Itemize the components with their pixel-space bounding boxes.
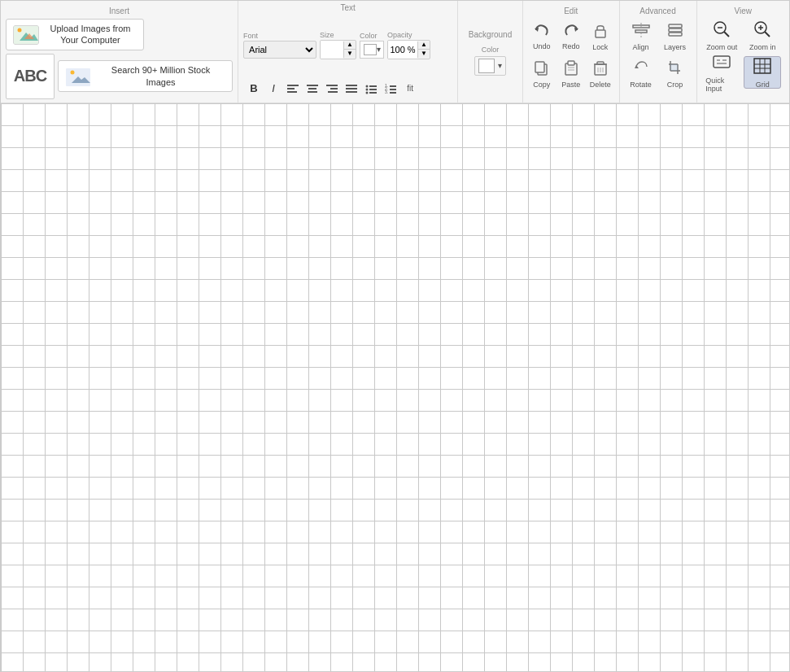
redo-label: Redo — [562, 42, 580, 50]
rotate-icon — [632, 59, 650, 79]
svg-rect-14 — [326, 85, 338, 86]
upload-images-button[interactable]: Upload Images from Your Computer — [6, 19, 144, 50]
svg-rect-70 — [754, 59, 770, 73]
size-increment[interactable]: ▲ — [344, 41, 356, 50]
font-label: Font — [243, 32, 316, 40]
svg-rect-50 — [669, 33, 682, 36]
redo-button[interactable]: Redo — [557, 19, 585, 55]
svg-rect-16 — [328, 91, 338, 93]
color-dropdown-arrow: ▾ — [377, 45, 381, 54]
numbered-list-button[interactable]: 1. 2. 3. — [382, 80, 399, 98]
align-justify-button[interactable] — [343, 80, 360, 98]
zoom-out-label: Zoom out — [706, 43, 737, 51]
italic-label: I — [272, 82, 275, 94]
paste-button[interactable]: Paste — [557, 56, 585, 92]
svg-rect-21 — [369, 85, 377, 87]
opacity-increment[interactable]: ▲ — [418, 41, 430, 50]
fit-text-button[interactable]: fit — [401, 80, 419, 98]
svg-text:3.: 3. — [385, 89, 388, 94]
delete-label: Delete — [590, 81, 611, 89]
svg-rect-12 — [308, 88, 316, 89]
redo-icon — [562, 24, 580, 41]
text-color-swatch — [364, 44, 377, 55]
copy-button[interactable]: Copy — [528, 56, 556, 92]
svg-rect-58 — [670, 64, 678, 71]
svg-line-61 — [724, 32, 729, 37]
text-color-picker[interactable]: ▾ — [360, 41, 384, 59]
svg-rect-34 — [596, 30, 605, 37]
align-advanced-icon — [632, 22, 650, 41]
svg-rect-66 — [714, 56, 730, 68]
italic-button[interactable]: I — [264, 80, 282, 98]
svg-rect-29 — [390, 89, 396, 90]
svg-rect-13 — [308, 91, 317, 93]
align-left-button[interactable] — [284, 80, 302, 98]
svg-point-22 — [366, 88, 369, 90]
grid-label: Grid — [756, 81, 770, 89]
zoom-in-label: Zoom in — [749, 43, 776, 51]
svg-rect-9 — [287, 88, 295, 89]
svg-rect-36 — [535, 62, 544, 72]
lock-button[interactable]: Lock — [587, 19, 614, 55]
bullet-list-button[interactable] — [362, 80, 380, 98]
opacity-stepper: ▲ ▼ — [417, 41, 430, 58]
text-insert-button[interactable]: ABC — [6, 54, 55, 99]
crop-button[interactable]: Crop — [659, 56, 692, 92]
stock-images-button[interactable]: Search 90+ Million Stock Images — [58, 60, 233, 92]
insert-label: Insert — [6, 4, 233, 15]
align-center-button[interactable] — [303, 80, 321, 98]
zoom-out-button[interactable]: Zoom out — [703, 19, 740, 51]
stock-btn-label: Search 90+ Million Stock Images — [96, 64, 225, 88]
grid-button[interactable]: Grid — [744, 56, 781, 89]
svg-rect-11 — [307, 85, 318, 86]
opacity-input[interactable] — [388, 41, 417, 59]
svg-point-24 — [366, 91, 369, 94]
advanced-label: Advanced — [639, 4, 675, 15]
crop-label: Crop — [667, 81, 683, 89]
paste-label: Paste — [561, 81, 580, 89]
svg-rect-17 — [346, 85, 357, 86]
svg-rect-27 — [390, 85, 396, 87]
quick-input-button[interactable]: Quick Input — [703, 56, 740, 89]
numbered-list-icon: 1. 2. 3. — [385, 83, 396, 94]
svg-rect-15 — [330, 88, 338, 89]
fit-label: fit — [407, 84, 413, 93]
grid-icon — [753, 57, 772, 79]
copy-label: Copy — [533, 81, 550, 89]
size-decrement[interactable]: ▼ — [344, 50, 356, 58]
copy-icon — [534, 60, 550, 79]
align-advanced-button[interactable]: Align — [625, 19, 657, 55]
lock-label: Lock — [592, 43, 608, 51]
background-color-picker[interactable]: ▾ — [474, 56, 506, 76]
rotate-label: Rotate — [630, 81, 652, 89]
undo-label: Undo — [533, 42, 551, 50]
abc-label: ABC — [14, 67, 46, 85]
bg-dropdown-arrow: ▾ — [498, 61, 502, 70]
zoom-in-button[interactable]: Zoom in — [744, 19, 781, 51]
opacity-label: Opacity — [387, 31, 430, 39]
svg-rect-43 — [597, 62, 604, 64]
rotate-button[interactable]: Rotate — [625, 56, 657, 92]
edit-label: Edit — [564, 4, 578, 15]
bold-button[interactable]: B — [245, 80, 263, 98]
canvas-area[interactable] — [1, 103, 789, 671]
size-stepper: ▲ ▼ — [343, 41, 356, 58]
svg-point-7 — [71, 70, 75, 74]
quick-input-label: Quick Input — [705, 76, 738, 93]
opacity-decrement[interactable]: ▼ — [418, 50, 430, 58]
layers-label: Layers — [664, 43, 686, 51]
zoom-out-icon — [712, 20, 731, 41]
svg-rect-18 — [346, 88, 357, 89]
font-select[interactable]: Arial — [243, 41, 316, 59]
zoom-in-icon — [753, 20, 772, 41]
size-input-container: ▲ ▼ — [320, 40, 356, 59]
align-center-icon — [307, 83, 318, 94]
size-input[interactable] — [321, 41, 343, 59]
color-label-text: Color — [360, 32, 384, 40]
undo-button[interactable]: Undo — [528, 19, 556, 55]
align-right-button[interactable] — [323, 80, 341, 98]
delete-icon — [593, 60, 608, 79]
delete-button[interactable]: Delete — [587, 56, 614, 92]
layers-button[interactable]: Layers — [659, 19, 692, 55]
toolbar: Insert Uplo — [1, 1, 789, 103]
